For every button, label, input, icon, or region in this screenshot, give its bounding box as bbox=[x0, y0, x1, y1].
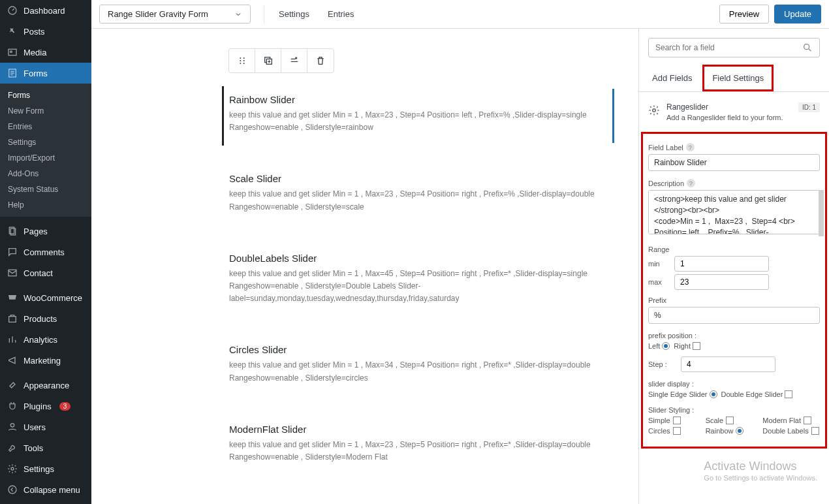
help-icon[interactable]: ? bbox=[687, 179, 695, 187]
sub-forms[interactable]: Forms bbox=[0, 87, 91, 103]
svg-point-16 bbox=[243, 63, 244, 64]
sub-addons[interactable]: Add-Ons bbox=[0, 166, 91, 181]
max-input[interactable] bbox=[674, 274, 769, 290]
step-input[interactable] bbox=[681, 356, 775, 372]
field-title: ModernFlat Slider bbox=[229, 424, 601, 435]
nav-plugins[interactable]: Plugins3 bbox=[0, 396, 91, 417]
svg-rect-1 bbox=[8, 49, 16, 55]
field-search[interactable] bbox=[648, 38, 820, 57]
pages-icon bbox=[7, 225, 18, 237]
nav-appearance[interactable]: Appearance bbox=[0, 375, 91, 396]
nav-dashboard[interactable]: Dashboard bbox=[0, 0, 91, 21]
gear-icon bbox=[7, 463, 18, 475]
field-label-input[interactable] bbox=[648, 154, 820, 171]
nav-label: WooCommerce bbox=[23, 293, 82, 303]
link-entries[interactable]: Entries bbox=[321, 5, 360, 23]
nav-analytics[interactable]: Analytics bbox=[0, 329, 91, 350]
style-scale[interactable]: Scale bbox=[706, 417, 763, 424]
style-modern[interactable]: Modern Flat bbox=[762, 417, 820, 424]
label-slider-styling: Slider Styling : bbox=[648, 406, 694, 414]
label-field-label: Field Label bbox=[648, 144, 683, 151]
field-row[interactable]: ModernFlat Slider keep this value and ge… bbox=[222, 416, 612, 475]
nav-products[interactable]: Products bbox=[0, 308, 91, 329]
sub-import[interactable]: Import/Export bbox=[0, 150, 91, 166]
link-settings[interactable]: Settings bbox=[272, 5, 316, 23]
duplicate-button[interactable] bbox=[255, 49, 281, 72]
forms-icon bbox=[7, 67, 18, 79]
nav-label: Contact bbox=[23, 268, 53, 278]
chart-icon bbox=[7, 334, 18, 345]
user-icon bbox=[7, 421, 18, 433]
radio-right[interactable]: Right bbox=[674, 342, 700, 350]
products-icon bbox=[7, 313, 18, 324]
sub-settings[interactable]: Settings bbox=[0, 134, 91, 150]
label-prefix-position: prefix position : bbox=[648, 332, 696, 339]
edit-button[interactable] bbox=[281, 49, 307, 72]
drag-handle-button[interactable] bbox=[229, 49, 255, 72]
sub-newform[interactable]: New Form bbox=[0, 103, 91, 119]
prefix-input[interactable] bbox=[648, 307, 820, 324]
nav-forms[interactable]: Forms bbox=[0, 63, 91, 84]
label-max: max bbox=[648, 278, 668, 286]
nav-label: Media bbox=[23, 48, 46, 57]
admin-sidebar: Dashboard Posts Media Forms Forms New Fo… bbox=[0, 0, 91, 504]
radio-single-edge[interactable]: Single Edge Slider bbox=[648, 390, 717, 398]
radio-left[interactable]: Left bbox=[648, 342, 670, 350]
field-id-badge: ID: 1 bbox=[798, 102, 820, 112]
settings-panel: Add Fields Field Settings Rangeslider Ad… bbox=[638, 29, 829, 504]
nav-woocommerce[interactable]: WooCommerce bbox=[0, 287, 91, 308]
nav-tools[interactable]: Tools bbox=[0, 437, 91, 458]
field-row[interactable]: Rainbow Slider keep this value and get s… bbox=[222, 86, 612, 146]
radio-double-edge[interactable]: Double Edge Slider bbox=[721, 390, 793, 398]
field-type-title: Rangeslider bbox=[666, 102, 792, 112]
nav-contact[interactable]: Contact bbox=[0, 262, 91, 283]
sub-entries[interactable]: Entries bbox=[0, 119, 91, 134]
style-circles[interactable]: Circles bbox=[648, 427, 706, 435]
style-simple[interactable]: Simple bbox=[648, 417, 706, 424]
field-row[interactable]: DoubleLabels Slider keep this value and … bbox=[222, 245, 612, 317]
nav-label: Analytics bbox=[23, 335, 57, 345]
tab-add-fields[interactable]: Add Fields bbox=[644, 67, 700, 91]
field-type-desc: Add a Rangeslider field to your form. bbox=[666, 113, 792, 123]
form-switcher[interactable]: Range Slider Gravity Form bbox=[99, 5, 251, 24]
checkbox-icon bbox=[785, 390, 792, 398]
search-input[interactable] bbox=[655, 43, 802, 52]
delete-button[interactable] bbox=[307, 49, 334, 72]
description-textarea[interactable]: <strong>keep this value and get slider <… bbox=[648, 190, 820, 234]
style-rainbow[interactable]: Rainbow bbox=[706, 427, 763, 435]
nav-marketing[interactable]: Marketing bbox=[0, 350, 91, 371]
nav-pages[interactable]: Pages bbox=[0, 221, 91, 242]
field-row[interactable]: Scale Slider keep this value and get sli… bbox=[222, 165, 612, 225]
label-step: Step : bbox=[648, 360, 674, 368]
preview-button[interactable]: Preview bbox=[719, 5, 769, 24]
sub-help[interactable]: Help bbox=[0, 197, 91, 213]
radio-icon bbox=[662, 342, 670, 350]
nav-comments[interactable]: Comments bbox=[0, 242, 91, 262]
min-input[interactable] bbox=[674, 256, 769, 272]
field-description: keep this value and get slider Min = 1 ,… bbox=[229, 109, 601, 134]
nav-settings[interactable]: Settings bbox=[0, 458, 91, 479]
svg-rect-7 bbox=[9, 317, 16, 323]
form-name: Range Slider Gravity Form bbox=[108, 9, 208, 19]
forms-submenu: Forms New Form Entries Settings Import/E… bbox=[0, 84, 91, 217]
collapse-menu[interactable]: Collapse menu bbox=[0, 479, 91, 500]
nav-media[interactable]: Media bbox=[0, 42, 91, 63]
label-description: Description bbox=[648, 180, 684, 187]
search-icon bbox=[802, 42, 813, 53]
nav-posts[interactable]: Posts bbox=[0, 21, 91, 42]
svg-point-15 bbox=[243, 60, 244, 61]
help-icon[interactable]: ? bbox=[686, 143, 695, 151]
sub-status[interactable]: System Status bbox=[0, 181, 91, 197]
top-bar: Range Slider Gravity Form Settings Entri… bbox=[91, 0, 829, 29]
style-double[interactable]: Double Labels bbox=[762, 427, 820, 435]
update-button[interactable]: Update bbox=[774, 5, 821, 24]
field-title: Scale Slider bbox=[229, 173, 601, 184]
field-row[interactable]: rainbow with Label keep this value and g… bbox=[222, 495, 612, 504]
nav-label: Products bbox=[23, 314, 57, 324]
label-slider-display: slider display : bbox=[648, 380, 694, 388]
nav-users[interactable]: Users bbox=[0, 417, 91, 437]
field-toolbar bbox=[228, 48, 334, 73]
tab-field-settings[interactable]: Field Settings bbox=[702, 65, 774, 91]
checkbox-icon bbox=[693, 342, 700, 350]
field-row[interactable]: Circles Slider keep this value and get s… bbox=[222, 336, 612, 396]
